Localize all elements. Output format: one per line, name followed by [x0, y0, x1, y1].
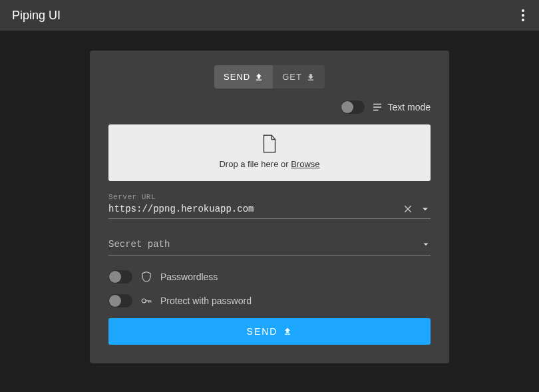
mode-toggle-group: SEND GET	[108, 65, 431, 89]
switch-knob	[109, 271, 121, 283]
kebab-dot	[522, 9, 524, 12]
dropdown-icon	[421, 240, 431, 249]
passwordless-option: Passwordless	[108, 270, 431, 284]
send-button-label: SEND	[247, 326, 278, 337]
send-mode-label: SEND	[224, 72, 250, 82]
upload-icon	[283, 327, 292, 336]
text-mode-label-wrap: Text mode	[371, 101, 431, 113]
text-mode-label: Text mode	[387, 102, 431, 112]
upload-icon	[254, 73, 264, 82]
passwordless-label: Passwordless	[160, 272, 218, 282]
more-menu-button[interactable]	[515, 7, 531, 23]
shield-icon	[140, 271, 152, 283]
dropdown-icon[interactable]	[420, 204, 431, 214]
key-icon	[140, 295, 152, 307]
server-url-field: Server URL	[108, 193, 431, 219]
send-button[interactable]: SEND	[108, 318, 431, 345]
protect-password-option: Protect with password	[108, 294, 431, 307]
text-mode-switch[interactable]	[341, 100, 365, 114]
file-icon	[261, 134, 278, 154]
secret-path-field: Secret path	[108, 234, 431, 256]
app-title: Piping UI	[12, 9, 61, 23]
secret-path-select[interactable]: Secret path	[108, 234, 431, 256]
protect-password-switch[interactable]	[108, 294, 132, 307]
server-url-label: Server URL	[108, 193, 431, 201]
app-bar: Piping UI	[0, 0, 539, 31]
browse-link[interactable]: Browse	[291, 159, 319, 169]
protect-password-label: Protect with password	[160, 295, 252, 306]
clear-icon[interactable]	[403, 204, 413, 214]
text-mode-row: Text mode	[108, 100, 431, 114]
passwordless-switch[interactable]	[108, 270, 132, 284]
svg-point-5	[142, 299, 146, 303]
switch-knob	[341, 101, 353, 113]
drop-zone-text: Drop a file here or Browse	[219, 159, 319, 169]
get-mode-label: GET	[282, 72, 302, 82]
main-card: SEND GET Text mode Drop a file here or B…	[90, 51, 449, 363]
secret-path-placeholder: Secret path	[108, 239, 421, 250]
text-lines-icon	[371, 101, 383, 113]
download-icon	[306, 73, 315, 82]
drop-text-prefix: Drop a file here or	[219, 159, 291, 169]
get-mode-tab[interactable]: GET	[273, 65, 325, 89]
send-mode-tab[interactable]: SEND	[214, 65, 273, 89]
file-drop-zone[interactable]: Drop a file here or Browse	[108, 124, 431, 181]
kebab-dot	[522, 19, 524, 21]
kebab-dot	[522, 14, 524, 17]
switch-knob	[109, 295, 121, 307]
server-url-input[interactable]	[108, 204, 403, 214]
